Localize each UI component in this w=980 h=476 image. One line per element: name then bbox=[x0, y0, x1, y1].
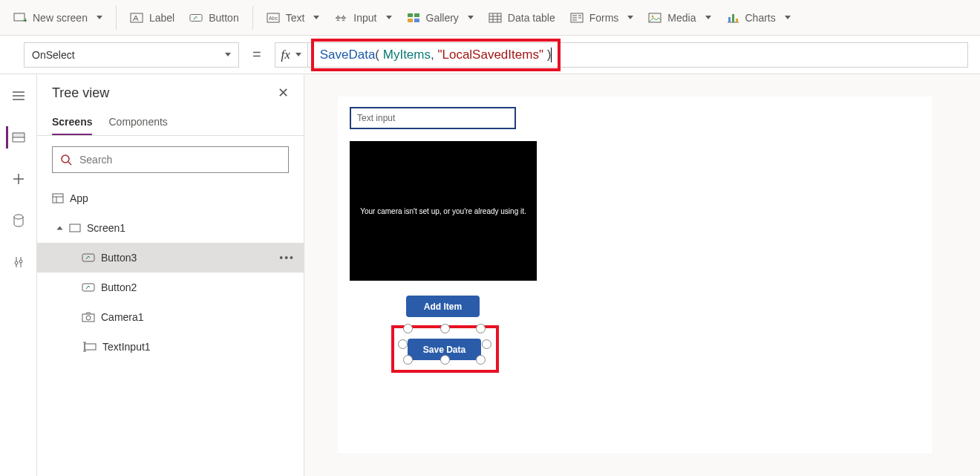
svg-rect-18 bbox=[736, 19, 738, 22]
separator bbox=[116, 6, 117, 30]
charts-label: Charts bbox=[745, 12, 776, 24]
svg-point-15 bbox=[652, 15, 654, 17]
chevron-down-icon bbox=[627, 16, 633, 19]
svg-rect-17 bbox=[732, 14, 734, 22]
selection-handle[interactable] bbox=[398, 339, 408, 349]
formula-arg1: MyItems bbox=[383, 48, 431, 62]
chevron-down-icon bbox=[705, 16, 711, 19]
insert-button[interactable] bbox=[7, 168, 30, 190]
insert-text-menu[interactable]: Abc Text bbox=[259, 7, 327, 29]
paren-open: ( bbox=[375, 48, 382, 62]
add-item-label: Add Item bbox=[424, 301, 462, 312]
design-canvas[interactable]: Text input Your camera isn't set up, or … bbox=[338, 97, 932, 453]
input-label: Input bbox=[353, 12, 376, 24]
data-button[interactable] bbox=[7, 209, 30, 232]
hamburger-button[interactable] bbox=[7, 85, 30, 107]
tree-item-label: Button3 bbox=[101, 252, 137, 264]
svg-text:Abc: Abc bbox=[269, 16, 278, 21]
save-data-highlight: Save Data bbox=[391, 325, 499, 373]
media-icon bbox=[648, 11, 662, 25]
tree-item-button3[interactable]: Button3 ••• bbox=[37, 243, 304, 273]
svg-point-20 bbox=[14, 215, 23, 219]
svg-point-29 bbox=[86, 316, 91, 320]
tab-screens[interactable]: Screens bbox=[52, 110, 92, 135]
tools-button[interactable] bbox=[7, 251, 30, 273]
gallery-icon bbox=[407, 11, 420, 25]
tree-item-textinput1[interactable]: TextInput1 bbox=[37, 332, 304, 362]
svg-rect-27 bbox=[82, 284, 94, 291]
chevron-down-icon bbox=[57, 226, 63, 230]
tree-item-button2[interactable]: Button2 bbox=[37, 273, 304, 302]
paren-close: ) bbox=[543, 48, 551, 62]
formula-editor[interactable]: SaveData( MyItems, "LocalSavedItems" ) bbox=[311, 39, 561, 71]
tree-list: App Screen1 Button3 ••• Button2 Camera1 bbox=[37, 183, 304, 476]
insert-datatable-button[interactable]: Data table bbox=[481, 7, 563, 29]
search-input[interactable] bbox=[79, 154, 281, 166]
tree-item-app[interactable]: App bbox=[37, 183, 304, 213]
tree-header: Tree view ✕ bbox=[37, 74, 304, 105]
text-label: Text bbox=[286, 12, 305, 24]
button-icon bbox=[82, 282, 95, 293]
close-icon[interactable]: ✕ bbox=[278, 85, 289, 101]
svg-rect-8 bbox=[408, 13, 413, 17]
svg-rect-3 bbox=[190, 14, 202, 21]
search-box[interactable] bbox=[52, 146, 289, 173]
button-icon bbox=[189, 11, 203, 25]
svg-point-23 bbox=[62, 155, 69, 163]
svg-rect-12 bbox=[489, 13, 501, 22]
insert-charts-menu[interactable]: Charts bbox=[719, 7, 798, 29]
tree-tabs: Screens Components bbox=[37, 105, 304, 136]
formula-input-group: fx SaveData( MyItems, "LocalSavedItems" … bbox=[275, 42, 968, 68]
text-cursor bbox=[551, 48, 552, 62]
svg-point-22 bbox=[19, 260, 22, 263]
top-ribbon: + New screen Label Button Abc Text Input bbox=[0, 0, 980, 36]
selection-handle[interactable] bbox=[440, 324, 450, 333]
insert-button-button[interactable]: Button bbox=[182, 7, 246, 29]
charts-icon bbox=[726, 11, 739, 25]
formula-arg2: "LocalSavedItems" bbox=[437, 48, 543, 62]
fx-button[interactable]: fx bbox=[275, 43, 308, 67]
svg-rect-25 bbox=[70, 224, 80, 232]
equals-sign: = bbox=[248, 46, 266, 63]
selection-handle[interactable] bbox=[440, 355, 450, 365]
svg-point-21 bbox=[15, 261, 18, 264]
data-table-icon bbox=[489, 11, 502, 25]
new-screen-menu[interactable]: + New screen bbox=[6, 7, 110, 29]
canvas-area: Text input Your camera isn't set up, or … bbox=[304, 74, 980, 476]
canvas-textinput[interactable]: Text input bbox=[350, 107, 516, 129]
more-icon[interactable]: ••• bbox=[279, 252, 295, 264]
insert-input-menu[interactable]: Input bbox=[327, 7, 399, 29]
svg-rect-19 bbox=[13, 133, 24, 137]
tree-item-label: TextInput1 bbox=[102, 341, 151, 353]
property-dropdown[interactable]: OnSelect bbox=[24, 42, 239, 68]
tab-components[interactable]: Components bbox=[108, 110, 167, 135]
selection-handle[interactable] bbox=[403, 324, 413, 333]
svg-rect-10 bbox=[408, 19, 413, 22]
search-wrap bbox=[37, 136, 304, 183]
tree-item-camera1[interactable]: Camera1 bbox=[37, 302, 304, 332]
gallery-label: Gallery bbox=[426, 12, 459, 24]
forms-label: Forms bbox=[589, 12, 619, 24]
input-icon bbox=[334, 11, 347, 25]
insert-gallery-menu[interactable]: Gallery bbox=[399, 7, 481, 29]
insert-media-menu[interactable]: Media bbox=[641, 7, 718, 29]
selection-handle[interactable] bbox=[476, 324, 486, 333]
tree-item-screen1[interactable]: Screen1 bbox=[37, 213, 304, 243]
insert-forms-menu[interactable]: Forms bbox=[563, 7, 641, 29]
separator bbox=[252, 6, 253, 30]
canvas-camera[interactable]: Your camera isn't set up, or you're alre… bbox=[350, 141, 537, 281]
selection-handle[interactable] bbox=[403, 355, 413, 365]
forms-icon bbox=[570, 11, 584, 25]
save-data-label: Save Data bbox=[423, 345, 466, 355]
svg-rect-9 bbox=[414, 13, 419, 17]
selection-handle[interactable] bbox=[476, 355, 486, 365]
tree-view-button[interactable] bbox=[6, 126, 28, 149]
tree-item-label: Camera1 bbox=[101, 311, 144, 323]
button-icon bbox=[82, 252, 95, 263]
insert-label-button[interactable]: Label bbox=[122, 7, 182, 29]
canvas-add-item-button[interactable]: Add Item bbox=[406, 296, 480, 317]
selection-handle[interactable] bbox=[482, 339, 491, 349]
chevron-down-icon bbox=[97, 16, 102, 19]
textinput-icon bbox=[82, 342, 97, 352]
property-value: OnSelect bbox=[32, 49, 75, 61]
